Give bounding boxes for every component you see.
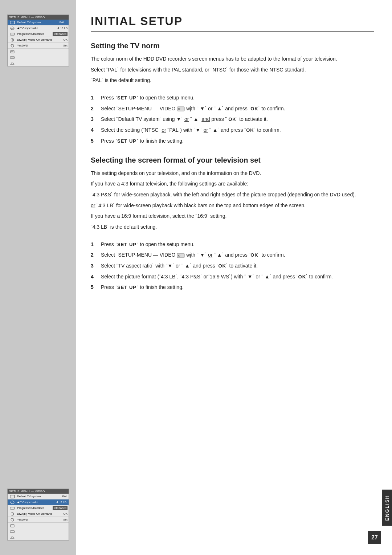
- menu-icon-ratio: [9, 26, 16, 30]
- menu-icon-tv: [9, 21, 16, 24]
- svg-rect-12: [10, 57, 15, 58]
- step-num-2-2: 2: [91, 251, 97, 259]
- menu-icon2-extra3: [9, 535, 16, 539]
- step-num-1-3: 3: [91, 115, 97, 123]
- menu-row-2-2: ◀ TV aspet ratio 4 : 3 LB: [8, 499, 69, 505]
- svg-marker-14: [11, 62, 14, 65]
- section1-step1: 1 Press ˙SET UP˙ to open the setup menu.: [91, 94, 374, 102]
- section1-title: Setting the TV norm: [91, 42, 374, 50]
- section2-para4: or ¨4:3 LB˙ for wide-screen playback wit…: [91, 202, 374, 210]
- menu-row-1-1: Default TV system PAL: [8, 20, 69, 25]
- svg-text:⚙: ⚙: [178, 107, 180, 111]
- step-num-1-2: 2: [91, 105, 97, 113]
- menu-box-2: SETUP MENU — VIDEO Default TV system PAL…: [7, 489, 69, 540]
- step-text-2-3: Select ¨TV aspect ratio˙ with ¨▼˙ or ¨ ▲…: [101, 262, 374, 270]
- menu-icon2-prog: [9, 506, 16, 510]
- section1-step2: 2 Select ¨SETUP-MENU — VIDEO ⚙ wjth ¨ ▼˙…: [91, 105, 374, 113]
- menu-row-1-5: 1 YesDVD Set: [8, 43, 69, 49]
- menu-label-1-3: Progressive/Interlace: [17, 32, 52, 36]
- step-text-1-2: Select ¨SETUP-MENU — VIDEO ⚙ wjth ¨ ▼˙ o…: [101, 105, 374, 113]
- menu-row-2-5: YesDVD Set: [8, 517, 69, 523]
- menu-row2-extra2: [8, 529, 69, 534]
- section2-para6: ¨4:3 LB˙ is the default setting.: [91, 223, 374, 231]
- menu-value-1-2: 4 : 3 LB: [53, 26, 68, 30]
- step-text-1-4: Select the setting (¨NTSC˙ or ¨PAL˙) wit…: [101, 126, 374, 134]
- step-text-1-1: Press ˙SET UP˙ to open the setup menu.: [101, 94, 374, 102]
- svg-rect-22: [10, 531, 15, 532]
- menu-value-2-5: Set: [53, 518, 68, 521]
- svg-rect-1: [11, 24, 13, 24]
- step-num-1-4: 4: [91, 126, 97, 134]
- menu-icon2-extra2: [9, 530, 16, 533]
- menu-title-1: SETUP MENU — VIDEO: [8, 15, 69, 20]
- page-title: INITIAL SETUP: [91, 15, 374, 32]
- menu-box-1: SETUP MENU — VIDEO Default TV system PAL…: [7, 15, 69, 66]
- menu-value-1-1: PAL: [57, 20, 68, 24]
- step-text-2-4: Select the picture format (¨4:3 LB˙, ¨4:…: [101, 273, 374, 281]
- menu-label-2-5: YesDVD: [17, 518, 52, 521]
- section1-step5: 5 Press ˙SET UP˙ to finish the setting.: [91, 137, 374, 145]
- menu-label-1-2: ◀ TV aspet ratio: [17, 26, 52, 30]
- svg-point-17: [11, 501, 14, 504]
- menu-row-extra2: [8, 54, 69, 60]
- menu-row-2-4: DivX(R) Video On Demand OK: [8, 511, 69, 517]
- menu-value-1-5: Set: [53, 44, 68, 47]
- section2-steps: 1 Press ˙SET UP˙ to open the setup menu.…: [91, 241, 374, 291]
- menu-icon-extra3: [9, 61, 16, 65]
- menu-row-extra3: [8, 60, 69, 66]
- section2-para5: If you have a 16:9 format television, se…: [91, 212, 374, 220]
- svg-point-7: [12, 39, 13, 40]
- section2-step2: 2 Select ˙SETUP-MENU — VIDEO ⚙ wjth ¨ ▼˙…: [91, 251, 374, 259]
- section1-step4: 4 Select the setting (¨NTSC˙ or ¨PAL˙) w…: [91, 126, 374, 134]
- section2-para1: This setting depends on your television,…: [91, 170, 374, 177]
- section2-step4: 4 Select the picture format (¨4:3 LB˙, ¨…: [91, 273, 374, 281]
- menu-value-2-4: OK: [53, 512, 68, 515]
- english-tab: ENGLISH: [382, 490, 392, 526]
- menu-row-1-2: ◀ TV aspet ratio 4 : 3 LB: [8, 25, 69, 31]
- svg-rect-21: [11, 525, 14, 527]
- step-text-2-1: Press ˙SET UP˙ to open the setup menu.: [101, 241, 374, 249]
- menu-label-1-5: YesDVD: [17, 44, 52, 47]
- sidebar: SETUP MENU — VIDEO Default TV system PAL…: [0, 0, 76, 555]
- menu-icon2-extra1: [9, 524, 16, 527]
- menu-row2-extra1: [8, 523, 69, 529]
- menu-label-1-1: Default TV system: [17, 21, 56, 24]
- section1-steps: 1 Press ˙SET UP˙ to open the setup menu.…: [91, 94, 374, 145]
- menu-value-1-3: Interlaced: [53, 32, 68, 36]
- menu-label-1-4: DivX(R) Video On Demand: [17, 38, 52, 41]
- menu-icon-divx: [9, 38, 16, 42]
- menu-icon-prog: [9, 32, 16, 36]
- section2-para2: If you have a 4:3 format television, the…: [91, 180, 374, 188]
- svg-text:⚙: ⚙: [178, 254, 180, 257]
- svg-rect-11: [11, 51, 13, 52]
- section1-step3: 3 Select ¨Default TV system˙ using ▼˙ or…: [91, 115, 374, 123]
- menu-value-2-3: Interlaced: [53, 506, 68, 510]
- step-text-1-3: Select ¨Default TV system˙ using ▼˙ or ¨…: [101, 115, 374, 123]
- menu-icon2-yes: [9, 518, 16, 522]
- menu-icon2-divx: [9, 512, 16, 516]
- section2-step5: 5 Press ˙SET UP˙ to finish the setting.: [91, 283, 374, 291]
- page-number: 27: [368, 531, 381, 544]
- menu-row2-extra3: [8, 534, 69, 540]
- section2-step1: 1 Press ˙SET UP˙ to open the setup menu.: [91, 241, 374, 249]
- step-text-1-5: Press ˙SET UP˙ to finish the setting.: [101, 137, 374, 145]
- section2-para3: ¨4:3 P&S˙ for wide-screen playback, with…: [91, 191, 374, 199]
- svg-point-20: [11, 518, 14, 521]
- svg-rect-18: [10, 507, 15, 509]
- menu-row-2-3: Progressive/Interlace Interlaced: [8, 505, 69, 511]
- step-num-2-5: 5: [91, 283, 97, 291]
- menu-label-2-4: DivX(R) Video On Demand: [17, 512, 52, 515]
- menu-icon-extra1: [9, 50, 16, 53]
- menu-icon2-ratio: [9, 501, 16, 504]
- menu-row-2-1: Default TV system PAL: [8, 494, 69, 499]
- menu-icon2-tv: [9, 495, 16, 498]
- svg-text:1: 1: [11, 45, 12, 47]
- menu-label-2-3: Progressive/Interlace: [17, 506, 52, 510]
- menu-icon-extra2: [9, 56, 16, 59]
- menu-title-2: SETUP MENU — VIDEO: [8, 489, 69, 494]
- menu-value-2-2: 4 : 3 LB: [55, 500, 68, 504]
- menu-row-extra1: [8, 49, 69, 54]
- menu-label-2-1: Default TV system: [17, 495, 52, 498]
- menu-value-1-4: OK: [53, 38, 68, 41]
- section1-para2: Select ¨PAL˙ for televisions with the PA…: [91, 66, 374, 74]
